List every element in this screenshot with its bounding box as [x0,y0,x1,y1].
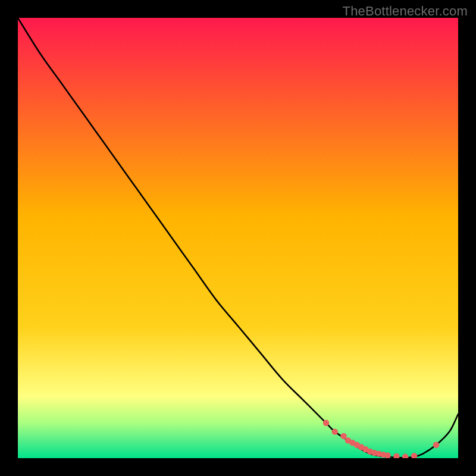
curve-marker [323,420,329,426]
curve-marker [433,442,439,448]
gradient-background [18,18,458,458]
bottleneck-chart [18,18,458,458]
curve-marker [332,428,338,434]
chart-frame: TheBottlenecker.com [0,0,476,476]
watermark-text: TheBottlenecker.com [343,4,468,19]
curve-marker [340,433,346,439]
